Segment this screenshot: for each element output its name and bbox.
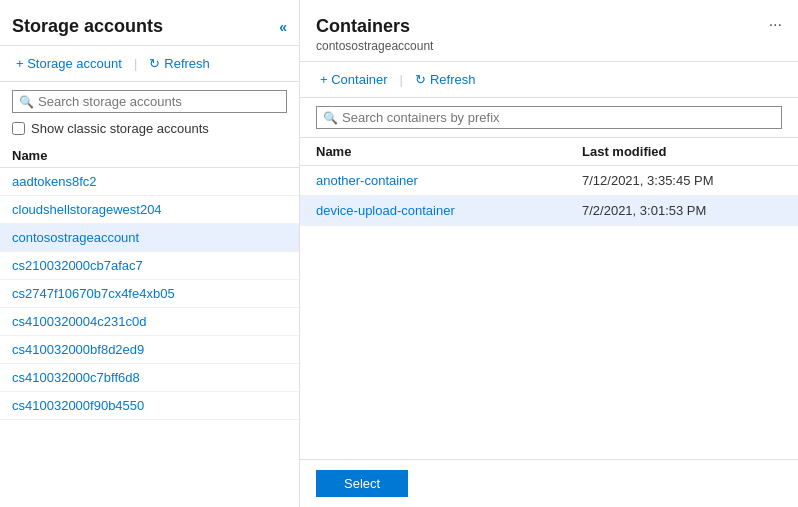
modified-column-header: Last modified <box>582 144 782 159</box>
left-panel: Storage accounts « + Storage account | ↻… <box>0 0 300 507</box>
show-classic-checkbox[interactable] <box>12 122 25 135</box>
container-modified: 7/12/2021, 3:35:45 PM <box>582 173 782 188</box>
containers-title: Containers <box>316 16 433 37</box>
search-icon: 🔍 <box>19 95 34 109</box>
accounts-col-header: Name <box>0 144 299 168</box>
left-refresh-button[interactable]: ↻ Refresh <box>145 54 214 73</box>
list-item[interactable]: cs410032000bf8d2ed9 <box>0 336 299 364</box>
left-header: Storage accounts « <box>0 0 299 46</box>
right-refresh-icon: ↻ <box>415 72 426 87</box>
right-search-box: 🔍 <box>316 106 782 129</box>
right-toolbar-separator: | <box>400 72 403 87</box>
left-panel-title: Storage accounts <box>12 16 163 37</box>
left-toolbar: + Storage account | ↻ Refresh <box>0 46 299 82</box>
classic-accounts-row: Show classic storage accounts <box>0 117 299 144</box>
add-storage-account-button[interactable]: + Storage account <box>12 54 126 73</box>
select-button[interactable]: Select <box>316 470 408 497</box>
right-search-icon: 🔍 <box>323 111 338 125</box>
list-item[interactable]: cloudshellstoragewest204 <box>0 196 299 224</box>
container-name: another-container <box>316 173 582 188</box>
collapse-button[interactable]: « <box>279 19 287 35</box>
right-header-left: Containers contosostrageaccount <box>316 16 433 53</box>
show-classic-label[interactable]: Show classic storage accounts <box>31 121 209 136</box>
list-item[interactable]: cs410032000c7bff6d8 <box>0 364 299 392</box>
list-item[interactable]: cs4100320004c231c0d <box>0 308 299 336</box>
storage-account-subtitle: contosostrageaccount <box>316 39 433 53</box>
add-container-button[interactable]: + Container <box>316 70 392 89</box>
right-toolbar: + Container | ↻ Refresh <box>300 62 798 98</box>
name-column-header: Name <box>316 144 582 159</box>
account-list: aadtokens8fc2 cloudshellstoragewest204 c… <box>0 168 299 507</box>
bottom-bar: Select <box>300 459 798 507</box>
list-item[interactable]: cs210032000cb7afac7 <box>0 252 299 280</box>
container-name: device-upload-container <box>316 203 582 218</box>
right-refresh-button[interactable]: ↻ Refresh <box>411 70 480 89</box>
container-modified: 7/2/2021, 3:01:53 PM <box>582 203 782 218</box>
containers-table: Name Last modified another-container 7/1… <box>300 138 798 459</box>
refresh-icon: ↻ <box>149 56 160 71</box>
right-search-area: 🔍 <box>300 98 798 138</box>
toolbar-separator: | <box>134 56 137 71</box>
list-item[interactable]: aadtokens8fc2 <box>0 168 299 196</box>
list-item[interactable]: cs2747f10670b7cx4fe4xb05 <box>0 280 299 308</box>
table-row[interactable]: another-container 7/12/2021, 3:35:45 PM <box>300 166 798 196</box>
left-search-area: 🔍 <box>0 82 299 117</box>
table-header: Name Last modified <box>300 138 798 166</box>
list-item[interactable]: contosostrageaccount <box>0 224 299 252</box>
right-panel: Containers contosostrageaccount ··· + Co… <box>300 0 798 507</box>
right-header: Containers contosostrageaccount ··· <box>300 0 798 62</box>
table-row[interactable]: device-upload-container 7/2/2021, 3:01:5… <box>300 196 798 226</box>
left-search-box: 🔍 <box>12 90 287 113</box>
list-item[interactable]: cs410032000f90b4550 <box>0 392 299 420</box>
more-options-button[interactable]: ··· <box>769 16 782 34</box>
search-storage-input[interactable] <box>38 94 280 109</box>
search-containers-input[interactable] <box>342 110 775 125</box>
